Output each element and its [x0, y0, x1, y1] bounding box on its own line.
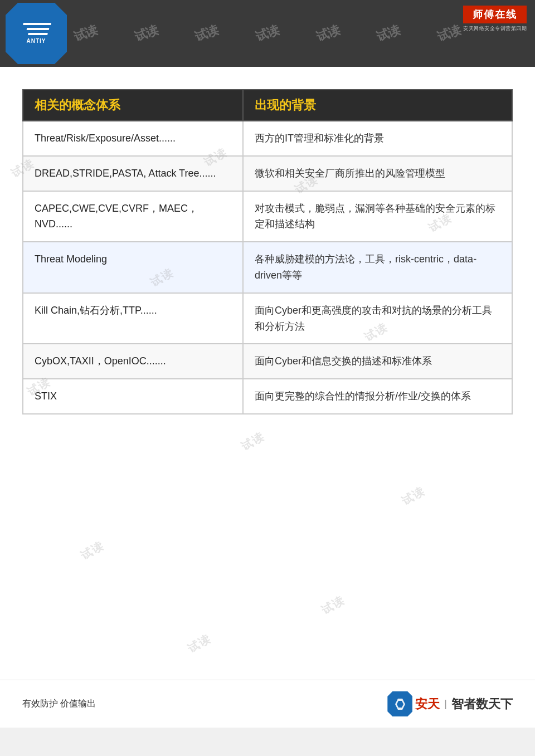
- logo-label: ANTIY: [27, 38, 46, 44]
- cell-concept-0: Threat/Risk/Exposure/Asset......: [23, 121, 243, 156]
- table-row: Kill Chain,钻石分析,TTP......面向Cyber和更高强度的攻击…: [23, 293, 512, 344]
- concepts-table: 相关的概念体系 出现的背景 Threat/Risk/Exposure/Asset…: [22, 89, 513, 414]
- table-row: STIX面向更完整的综合性的情报分析/作业/交换的体系: [23, 379, 512, 414]
- watermark-1: 试读: [71, 21, 100, 45]
- col1-header: 相关的概念体系: [23, 90, 243, 121]
- footer-divider: |: [444, 698, 447, 710]
- watermark-2: 试读: [132, 21, 161, 45]
- main-content: 试读 试读 试读 试读 试读 试读 试读 试读 试读 试读 试读 试读 相关的概…: [0, 67, 535, 680]
- cell-concept-1: DREAD,STRIDE,PASTA, Attack Tree......: [23, 156, 243, 191]
- header-right-brand: 师傅在线 安天网络安全专训营第四期: [463, 6, 527, 32]
- footer-brand-slogan: 智者数天下: [451, 696, 513, 713]
- footer-brand-name: 安天: [415, 696, 440, 713]
- table-row: CAPEC,CWE,CVE,CVRF，MAEC，NVD......对攻击模式，脆…: [23, 191, 512, 242]
- cell-concept-4: Kill Chain,钻石分析,TTP......: [23, 293, 243, 344]
- watermark-6: 试读: [374, 21, 403, 45]
- watermark-4: 试读: [253, 21, 282, 45]
- table-row: Threat Modeling各种威胁建模的方法论，工具，risk-centri…: [23, 242, 512, 293]
- table-row: DREAD,STRIDE,PASTA, Attack Tree......微软和…: [23, 156, 512, 191]
- footer-logo-icon: [387, 691, 412, 716]
- table-header-row: 相关的概念体系 出现的背景: [23, 90, 512, 121]
- cell-background-4: 面向Cyber和更高强度的攻击和对抗的场景的分析工具和分析方法: [243, 293, 512, 344]
- cell-background-0: 西方的IT管理和标准化的背景: [243, 121, 512, 156]
- watermark-3: 试读: [193, 21, 222, 45]
- table-row: Threat/Risk/Exposure/Asset......西方的IT管理和…: [23, 121, 512, 156]
- body-wm-12: 试读: [185, 631, 214, 656]
- cell-concept-3: Threat Modeling: [23, 242, 243, 293]
- cell-concept-2: CAPEC,CWE,CVE,CVRF，MAEC，NVD......: [23, 191, 243, 242]
- body-wm-8: 试读: [399, 484, 428, 509]
- table-row: CybOX,TAXII，OpenIOC.......面向Cyber和信息交换的描…: [23, 344, 512, 379]
- cell-background-6: 面向更完整的综合性的情报分析/作业/交换的体系: [243, 379, 512, 414]
- cell-background-2: 对攻击模式，脆弱点，漏洞等各种基础的安全元素的标定和描述结构: [243, 191, 512, 242]
- cell-background-5: 面向Cyber和信息交换的描述和标准体系: [243, 344, 512, 379]
- cell-background-3: 各种威胁建模的方法论，工具，risk-centric，data-driven等等: [243, 242, 512, 293]
- body-wm-7: 试读: [239, 429, 268, 454]
- footer-brand: 安天 | 智者数天下: [387, 691, 513, 716]
- cell-concept-5: CybOX,TAXII，OpenIOC.......: [23, 344, 243, 379]
- footer: 有效防护 价值输出 安天 | 智者数天下: [0, 680, 535, 728]
- watermark-7: 试读: [435, 21, 464, 45]
- brand-name: 师傅在线: [463, 6, 527, 23]
- brand-sub: 安天网络安全专训营第四期: [463, 25, 527, 32]
- col2-header: 出现的背景: [243, 90, 512, 121]
- footer-logo-svg: [392, 696, 408, 712]
- footer-tagline: 有效防护 价值输出: [22, 698, 96, 710]
- cell-background-1: 微软和相关安全厂商所推出的风险管理模型: [243, 156, 512, 191]
- header-watermark-area: 试读 试读 试读 试读 试读 试读 试读: [56, 0, 479, 67]
- watermark-5: 试读: [314, 21, 343, 45]
- cell-concept-6: STIX: [23, 379, 243, 414]
- logo-graphic: [21, 23, 51, 35]
- body-wm-10: 试读: [319, 593, 348, 618]
- body-wm-9: 试读: [78, 538, 107, 563]
- header: ANTIY 试读 试读 试读 试读 试读 试读 试读 师傅在线 安天网络安全专训…: [0, 0, 535, 67]
